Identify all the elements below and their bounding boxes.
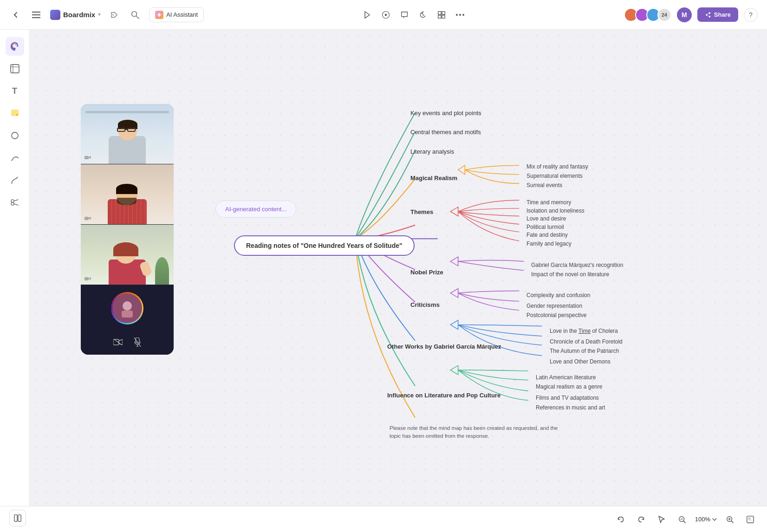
branch-other-works: Other Works by Gabriel García Márquez (387, 343, 501, 350)
leaf-time-memory: Time and memory (526, 199, 571, 206)
leaf-fate: Fate and destiny (526, 232, 568, 238)
ai-bubble: AI-generated content... (215, 201, 296, 218)
svg-point-4 (132, 11, 137, 16)
leaf-autumn: The Autumn of the Patriarch (550, 348, 619, 354)
share-label: Share (714, 11, 731, 18)
canvas[interactable]: AI-generated content... Reading notes of… (30, 30, 767, 506)
search-button[interactable] (129, 8, 142, 21)
avatar-count: 24 (657, 8, 671, 22)
zoom-level-display[interactable]: 100% (695, 516, 717, 523)
sidebar-tool-pen[interactable] (6, 171, 24, 189)
menu-button[interactable] (30, 8, 43, 21)
svg-rect-10 (438, 11, 441, 14)
brand-logo[interactable]: Boardmix ▾ (50, 10, 101, 20)
branch-literary-analysis: Literary analysis (410, 148, 454, 155)
grid-button[interactable] (434, 7, 449, 22)
cam-icon-1 (84, 154, 91, 161)
center-node: Reading notes of "One Hundred Years of S… (234, 235, 415, 256)
center-node-text: Reading notes of "One Hundred Years of S… (246, 242, 403, 249)
leaf-magical-realism-genre: Magical realism as a genre (536, 383, 602, 390)
svg-rect-44 (14, 515, 17, 521)
leaf-cholera: Love in the Time of Cholera (550, 328, 618, 334)
brand-label: Boardmix (63, 11, 95, 19)
branch-criticisms: Criticisms (410, 301, 440, 308)
my-avatar[interactable]: M (677, 7, 692, 22)
leaf-other-demons: Love and Other Demons (550, 358, 611, 365)
leaf-supernatural: Supernatural elements (526, 173, 583, 179)
label-button[interactable] (108, 8, 121, 21)
sidebar-tool-text[interactable]: T (6, 82, 24, 100)
share-button[interactable]: Share (697, 7, 738, 22)
svg-rect-37 (122, 311, 133, 318)
big-avatar-inner (112, 293, 142, 323)
svg-rect-21 (11, 65, 19, 73)
svg-line-5 (136, 16, 139, 18)
star-button[interactable] (378, 7, 393, 22)
back-button[interactable] (9, 8, 22, 21)
avatar-slot (81, 285, 174, 331)
leaf-music-art: References in music and art (536, 404, 605, 411)
brand-chevron: ▾ (98, 12, 101, 18)
branch-magical-realism: Magical Realism (410, 175, 457, 182)
leaf-family: Family and legacy (526, 240, 572, 247)
help-button[interactable]: ? (744, 8, 758, 22)
sidebar-tool-palette[interactable] (6, 37, 24, 56)
svg-point-18 (13, 44, 14, 45)
big-avatar (111, 292, 143, 324)
svg-point-7 (385, 13, 387, 16)
play-button[interactable] (360, 7, 375, 22)
svg-point-26 (11, 200, 14, 202)
collaborator-avatars: 24 (624, 8, 671, 22)
zoom-in-button[interactable] (722, 512, 737, 527)
svg-rect-34 (84, 217, 89, 220)
leaf-recognition: Gabriel García Márquez's recognition (531, 262, 623, 268)
branch-central-themes: Central themes and motifs (410, 129, 481, 136)
svg-point-19 (15, 44, 16, 45)
chat-button[interactable] (397, 7, 412, 22)
topbar: Boardmix ▾ AI Assistant (0, 0, 767, 30)
cursor-button[interactable] (654, 512, 669, 527)
leaf-films-tv: Films and TV adaptations (536, 395, 599, 401)
branch-nobel: Nobel Prize (410, 269, 443, 276)
sidebar-tool-frame[interactable] (6, 59, 24, 78)
leaf-political: Political turmoil (526, 224, 564, 230)
leaf-latin-american: Latin American literature (536, 374, 596, 381)
svg-rect-13 (442, 15, 445, 18)
svg-line-52 (732, 521, 734, 523)
svg-rect-33 (84, 156, 89, 159)
bottom-left-panel-button[interactable] (9, 510, 26, 526)
leaf-love-desire: Love and desire (526, 215, 566, 222)
video-slot-3 (81, 225, 174, 285)
svg-point-14 (456, 14, 458, 16)
leaf-chronicle: Chronicle of a Death Foretold (550, 338, 623, 345)
svg-point-36 (123, 301, 132, 311)
camera-off-button[interactable] (113, 338, 123, 348)
history-button[interactable] (416, 7, 430, 22)
zoom-percent: 100% (695, 516, 710, 523)
center-toolbar (360, 7, 468, 22)
leaf-isolation: Isolation and loneliness (526, 208, 585, 214)
sidebar-tool-scissors[interactable] (6, 193, 24, 212)
sidebar-tool-sticky[interactable] (6, 104, 24, 123)
branch-themes: Themes (410, 208, 433, 215)
svg-rect-45 (18, 515, 21, 521)
svg-point-27 (11, 202, 14, 205)
ai-assistant-button[interactable]: AI Assistant (149, 7, 204, 22)
sidebar-tool-line[interactable] (6, 149, 24, 167)
mindmap: AI-generated content... Reading notes of… (206, 58, 624, 429)
leaf-mix-reality: Mix of reality and fantasy (526, 163, 588, 170)
cam-icon-3 (84, 275, 91, 282)
topbar-right: 24 M Share ? (624, 7, 758, 22)
undo-button[interactable] (613, 512, 628, 527)
svg-point-25 (12, 132, 18, 139)
mic-off-button[interactable] (134, 337, 141, 349)
topbar-left: Boardmix ▾ AI Assistant (9, 7, 204, 22)
leaf-postcolonial: Postcolonial perspective (526, 312, 586, 318)
zoom-out-button[interactable] (675, 512, 689, 527)
left-sidebar: T (0, 30, 30, 532)
sidebar-tool-shape[interactable] (6, 126, 24, 145)
map-overview-button[interactable] (743, 512, 758, 527)
more-tools-button[interactable] (453, 7, 468, 22)
video-controls (81, 331, 174, 355)
redo-button[interactable] (634, 512, 649, 527)
